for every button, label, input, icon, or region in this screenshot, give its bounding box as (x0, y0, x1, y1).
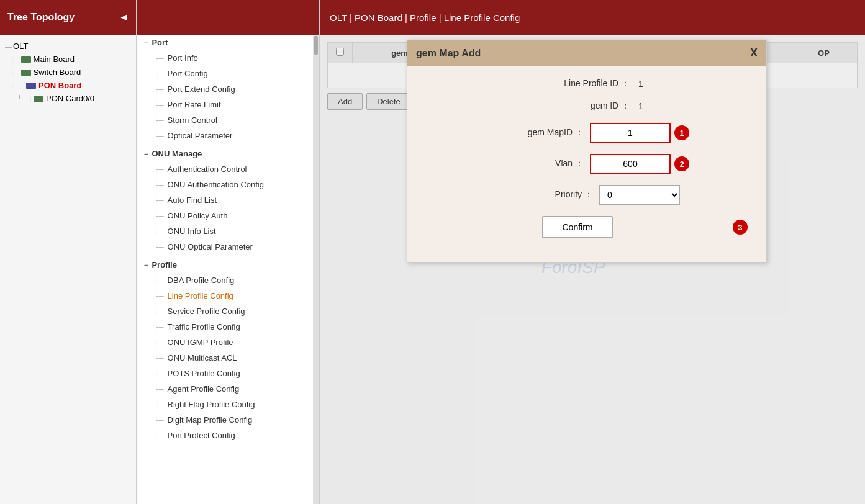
tree-conn-pon-card: └─ (17, 95, 27, 102)
tree-label-main-board: Main Board (34, 55, 75, 64)
form-row-gem-id: gem ID ： 1 (426, 101, 748, 112)
sidebar-toggle-icon[interactable]: ◄ (119, 12, 129, 23)
label-onu-igmp-profile: ONU IGMP Profile (168, 338, 233, 347)
gem-map-add-modal: gem Map Add X Line Profile ID ： 1 gem ID… (407, 40, 767, 263)
content-body: gem ID gem MapID Vlan Priority OP Add De… (320, 35, 865, 504)
conn-port-config: ├─ (154, 70, 164, 78)
tree-item-main-board[interactable]: ├─ Main Board (7, 53, 134, 66)
onu-manage-expand-icon: − (144, 150, 148, 158)
modal-overlay: gem Map Add X Line Profile ID ： 1 gem ID… (320, 35, 865, 504)
step-badge-1: 1 (674, 125, 689, 140)
tree-label-olt: OLT (13, 42, 28, 51)
priority-label: Priority ： (494, 189, 593, 200)
nav-item-onu-optical-param[interactable]: └─ ONU Optical Parameter (137, 239, 313, 254)
nav-item-traffic-profile-config[interactable]: ├─ Traffic Profile Config (137, 319, 313, 335)
label-authentication-control: Authentication Control (168, 164, 247, 174)
tree-item-olt[interactable]: — OLT (2, 40, 134, 53)
form-row-gem-mapid: gem MapID ： 1 (426, 123, 748, 143)
tree-label-pon-board: PON Board (38, 81, 81, 90)
tree-label-switch-board: Switch Board (34, 68, 81, 77)
nav-item-storm-control[interactable]: ├─ Storm Control (137, 112, 313, 128)
tree-item-switch-board[interactable]: ├─ Switch Board (7, 66, 134, 79)
conn-port-extend: ├─ (154, 86, 164, 93)
label-port-rate-limit: Port Rate Limit (168, 100, 221, 109)
nav-item-port-config[interactable]: ├─ Port Config (137, 66, 313, 81)
modal-body: Line Profile ID ： 1 gem ID ： 1 gem MapID… (407, 66, 766, 262)
nav-section-onu-manage: − ONU Manage ├─ Authentication Control ├… (137, 146, 313, 254)
port-section-header[interactable]: − Port (137, 35, 313, 50)
conn-auto-find: ├─ (154, 197, 164, 204)
nav-item-pots-profile-config[interactable]: ├─ POTS Profile Config (137, 366, 313, 381)
label-dba-profile-config: DBA Profile Config (168, 276, 235, 285)
breadcrumb: OLT | PON Board | Profile | Line Profile… (330, 12, 520, 23)
nav-item-onu-igmp-profile[interactable]: ├─ ONU IGMP Profile (137, 335, 313, 350)
sidebar-tree: — OLT ├─ Main Board ├─ Switch Board ├─ −… (0, 35, 136, 504)
vlan-label: Vlan ： (484, 158, 584, 169)
onu-manage-section-label: ONU Manage (152, 149, 202, 158)
nav-item-pon-protect-config[interactable]: └─ Pon Protect Config (137, 428, 313, 443)
middle-panel: − Port ├─ Port Info ├─ Port Config ├─ Po… (137, 0, 320, 504)
gem-id-label: gem ID ： (530, 101, 630, 112)
vlan-input[interactable] (590, 154, 671, 174)
conn-onu-auth: ├─ (154, 181, 164, 189)
tree-label-pon-card: PON Card0/0 (46, 94, 94, 103)
form-row-vlan: Vlan ： 2 (426, 154, 748, 174)
label-optical-parameter: Optical Parameter (168, 131, 233, 140)
conn-dba: ├─ (154, 277, 164, 284)
conn-right-flag: ├─ (154, 401, 164, 408)
gem-mapid-input[interactable] (590, 123, 671, 143)
middle-scroll: − Port ├─ Port Info ├─ Port Config ├─ Po… (137, 35, 313, 504)
scrollbar-thumb[interactable] (314, 36, 318, 55)
nav-item-onu-info-list[interactable]: ├─ ONU Info List (137, 223, 313, 239)
sidebar-title: Tree Topology ◄ (0, 0, 136, 35)
profile-section-header[interactable]: − Profile (137, 257, 313, 272)
nav-item-authentication-control[interactable]: ├─ Authentication Control (137, 161, 313, 177)
onu-manage-section-header[interactable]: − ONU Manage (137, 146, 313, 161)
nav-section-profile: − Profile ├─ DBA Profile Config ├─ Line … (137, 257, 313, 443)
step-badge-2: 2 (674, 156, 689, 171)
nav-item-right-flag-profile-config[interactable]: ├─ Right Flag Profile Config (137, 397, 313, 412)
form-row-priority: Priority ： 0 1 2 3 4 5 6 7 (426, 185, 748, 205)
nav-item-onu-policy-auth[interactable]: ├─ ONU Policy Auth (137, 208, 313, 223)
profile-expand-icon: − (144, 261, 148, 269)
gem-id-value: 1 (638, 101, 643, 111)
conn-auth-ctrl: ├─ (154, 166, 164, 173)
nav-item-line-profile-config[interactable]: ├─ Line Profile Config (137, 288, 313, 304)
label-onu-optical-param: ONU Optical Parameter (168, 242, 253, 251)
tree-conn-switch-board: ├─ (10, 69, 20, 76)
conn-onu-info: ├─ (154, 228, 164, 235)
nav-item-digit-map-profile-config[interactable]: ├─ Digit Map Profile Config (137, 412, 313, 428)
conn-line: ├─ (154, 292, 164, 300)
nav-item-port-rate-limit[interactable]: ├─ Port Rate Limit (137, 97, 313, 112)
conn-multicast: ├─ (154, 354, 164, 362)
nav-item-dba-profile-config[interactable]: ├─ DBA Profile Config (137, 272, 313, 288)
pon-board-icon (26, 83, 36, 89)
modal-close-button[interactable]: X (750, 47, 758, 60)
nav-item-onu-auth-config[interactable]: ├─ ONU Authentication Config (137, 177, 313, 192)
label-port-extend-config: Port Extend Config (168, 84, 235, 94)
label-digit-map-profile-config: Digit Map Profile Config (168, 415, 253, 425)
tree-expand-olt: — (5, 43, 12, 50)
tree-conn-main-board: ├─ (10, 56, 20, 63)
conn-digit-map: ├─ (154, 416, 164, 424)
tree-item-pon-card[interactable]: └─ + PON Card0/0 (15, 92, 134, 105)
conn-port-rate: ├─ (154, 101, 164, 109)
label-agent-profile-config: Agent Profile Config (168, 384, 240, 394)
switch-board-icon (21, 70, 31, 76)
conn-agent: ├─ (154, 385, 164, 393)
pon-card-icon (34, 96, 43, 102)
nav-item-agent-profile-config[interactable]: ├─ Agent Profile Config (137, 381, 313, 397)
tree-item-pon-board[interactable]: ├─ − PON Board (7, 79, 134, 92)
label-right-flag-profile-config: Right Flag Profile Config (168, 400, 255, 409)
nav-item-onu-multicast-acl[interactable]: ├─ ONU Multicast ACL (137, 350, 313, 366)
sidebar: Tree Topology ◄ — OLT ├─ Main Board ├─ S… (0, 0, 137, 504)
nav-item-port-extend-config[interactable]: ├─ Port Extend Config (137, 81, 313, 97)
priority-select[interactable]: 0 1 2 3 4 5 6 7 (599, 185, 680, 205)
nav-item-port-info[interactable]: ├─ Port Info (137, 50, 313, 66)
conn-port-info: ├─ (154, 55, 164, 62)
confirm-button[interactable]: Confirm (542, 216, 612, 238)
middle-scrollbar[interactable] (313, 35, 319, 504)
nav-item-optical-parameter[interactable]: └─ Optical Parameter (137, 128, 313, 143)
nav-item-auto-find-list[interactable]: ├─ Auto Find List (137, 192, 313, 208)
nav-item-service-profile-config[interactable]: ├─ Service Profile Config (137, 304, 313, 319)
